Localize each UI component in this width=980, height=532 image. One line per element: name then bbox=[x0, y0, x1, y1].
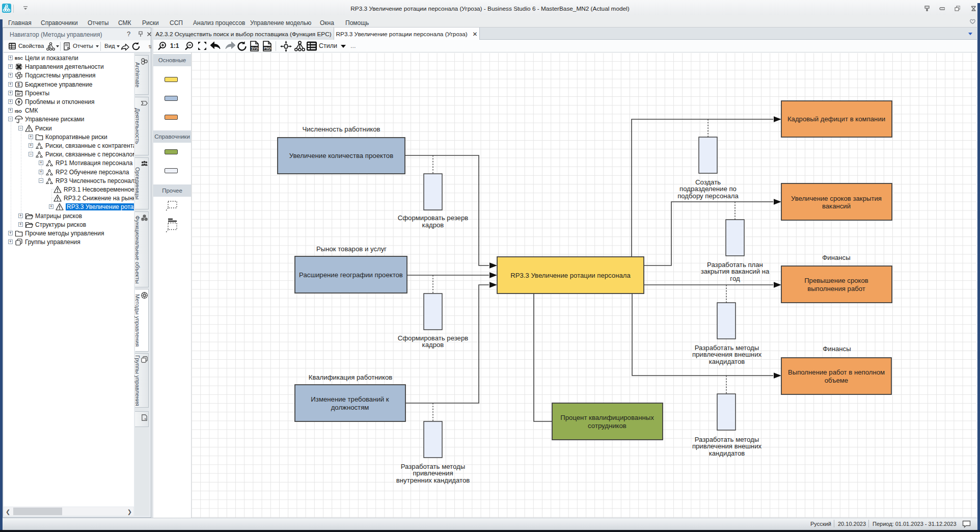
svg-text:Разработать план: Разработать план bbox=[707, 261, 763, 269]
svg-text:должностям: должностям bbox=[331, 404, 369, 411]
svg-text:привлечения: привлечения bbox=[413, 469, 453, 477]
svg-text:Увеличение сроков закрытия: Увеличение сроков закрытия bbox=[791, 195, 882, 202]
svg-text:Кадровый дефицит в компании: Кадровый дефицит в компании bbox=[787, 115, 885, 123]
svg-text:Финансы: Финансы bbox=[823, 345, 851, 353]
svg-text:Разработать методы: Разработать методы bbox=[695, 344, 759, 352]
svg-text:кандидатов: кандидатов bbox=[709, 449, 745, 457]
svg-text:выполнения работ: выполнения работ bbox=[807, 285, 865, 292]
svg-text:сотрудников: сотрудников bbox=[588, 422, 627, 430]
svg-text:Процент квалифицированных: Процент квалифицированных bbox=[560, 414, 654, 421]
svg-text:подразделение по: подразделение по bbox=[679, 185, 737, 193]
svg-text:Увеличение количества проектов: Увеличение количества проектов bbox=[289, 152, 393, 159]
svg-text:привлечения внешних: привлечения внешних bbox=[692, 442, 762, 450]
svg-text:Сформировать резерв: Сформировать резерв bbox=[398, 334, 469, 342]
svg-text:Разработать методы: Разработать методы bbox=[695, 436, 759, 443]
svg-text:Выполнение работ в неполном: Выполнение работ в неполном bbox=[788, 368, 885, 376]
svg-text:Разработать методы: Разработать методы bbox=[401, 463, 465, 470]
svg-text:SVG: SVG bbox=[251, 46, 258, 50]
svg-text:Квалификация работников: Квалификация работников bbox=[309, 374, 392, 381]
svg-text:Численность работников: Численность работников bbox=[302, 125, 380, 133]
svg-text:Сформировать резерв: Сформировать резерв bbox=[398, 214, 469, 222]
svg-text:Превышение сроков: Превышение сроков bbox=[804, 277, 868, 284]
svg-text:Рынок товаров и услуг: Рынок товаров и услуг bbox=[316, 245, 387, 253]
svg-text:кандидатов: кандидатов bbox=[709, 358, 745, 365]
svg-text:Создать: Создать bbox=[695, 178, 721, 186]
svg-text:RP3.3 Увеличение ротации персо: RP3.3 Увеличение ротации персонала bbox=[510, 272, 631, 279]
svg-text:объеме: объеме bbox=[825, 377, 848, 384]
svg-text:кадров: кадров bbox=[422, 221, 444, 229]
svg-text:внутренних кандидатов: внутренних кандидатов bbox=[396, 476, 470, 484]
svg-text:*: * bbox=[142, 418, 147, 420]
svg-text:закрытия вакансий на: закрытия вакансий на bbox=[701, 268, 770, 275]
svg-text:Изменение требований к: Изменение требований к bbox=[311, 395, 389, 403]
svg-text:подбору персонала: подбору персонала bbox=[677, 192, 739, 200]
svg-text:кадров: кадров bbox=[422, 341, 444, 349]
svg-text:год: год bbox=[730, 275, 740, 282]
svg-text:PNG: PNG bbox=[264, 46, 271, 50]
svg-text:привлечения внешних: привлечения внешних bbox=[692, 351, 762, 358]
svg-text:Финансы: Финансы bbox=[822, 254, 850, 261]
svg-text:Расширение географии проектов: Расширение географии проектов bbox=[299, 271, 403, 279]
svg-text:вакансий: вакансий bbox=[822, 202, 851, 210]
